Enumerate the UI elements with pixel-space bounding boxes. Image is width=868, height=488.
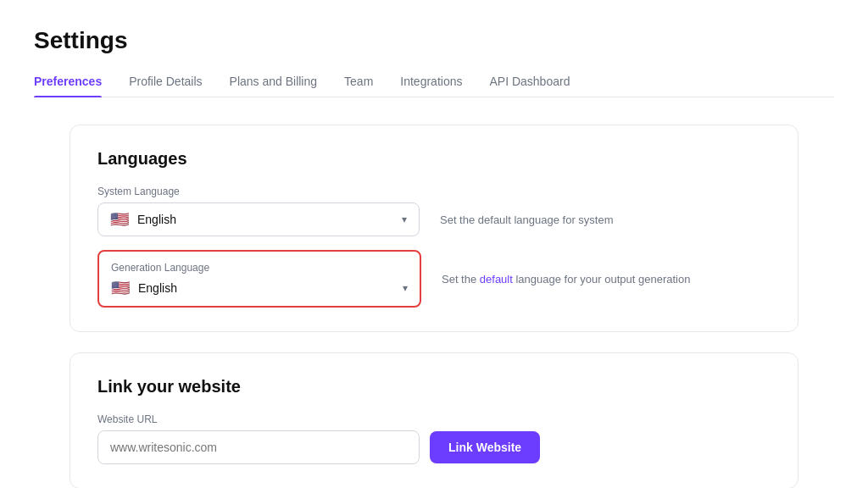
tab-preferences[interactable]: Preferences	[34, 75, 102, 97]
tab-api-dashboard[interactable]: API Dashboard	[489, 75, 570, 97]
website-card-title: Link your website	[97, 377, 771, 396]
system-language-field: System Language 🇺🇸 English ▾ Set	[97, 186, 771, 236]
generation-language-value: English	[138, 281, 177, 295]
system-language-chevron-icon: ▾	[402, 214, 407, 225]
tab-team[interactable]: Team	[344, 75, 373, 97]
link-website-button[interactable]: Link Website	[430, 431, 540, 463]
generation-language-select[interactable]: 🇺🇸 English ▾	[111, 280, 408, 296]
languages-card-title: Languages	[97, 149, 771, 169]
language-fields: System Language 🇺🇸 English ▾ Set	[97, 186, 771, 308]
generation-language-select-left: 🇺🇸 English	[111, 280, 177, 296]
tab-integrations[interactable]: Integrations	[400, 75, 462, 97]
tab-profile-details[interactable]: Profile Details	[129, 75, 202, 97]
url-label: Website URL	[97, 413, 771, 425]
system-language-flag: 🇺🇸	[110, 212, 129, 227]
system-language-description: Set the default language for system	[440, 214, 771, 226]
system-language-value: English	[137, 213, 176, 226]
url-row: Link Website	[97, 430, 771, 464]
tab-navigation: Preferences Profile Details Plans and Bi…	[34, 75, 834, 97]
website-card: Link your website Website URL Link Websi…	[70, 352, 798, 488]
system-language-select-left: 🇺🇸 English	[110, 212, 176, 227]
generation-description-suffix: language for your output generation	[513, 273, 691, 286]
generation-language-label: Generation Language	[111, 262, 408, 274]
generation-language-description: Set the default language for your output…	[442, 273, 771, 286]
languages-card: Languages System Language 🇺🇸 English	[70, 125, 798, 332]
generation-language-field: Generation Language 🇺🇸 English ▾ Set the…	[97, 250, 771, 308]
content-area: Languages System Language 🇺🇸 English	[70, 125, 798, 488]
generation-language-select-wrapper: Generation Language 🇺🇸 English ▾	[97, 250, 421, 308]
page-title: Settings	[34, 27, 834, 54]
system-language-select[interactable]: 🇺🇸 English ▾	[97, 202, 420, 236]
generation-language-row: Generation Language 🇺🇸 English ▾ Set the…	[97, 250, 771, 308]
system-language-select-wrapper: 🇺🇸 English ▾	[97, 202, 420, 236]
generation-description-highlight: default	[480, 273, 513, 286]
generation-description-prefix: Set the	[442, 273, 480, 286]
generation-language-chevron-icon: ▾	[403, 282, 408, 294]
system-language-row: 🇺🇸 English ▾ Set the default language fo…	[97, 202, 771, 236]
tab-plans-billing[interactable]: Plans and Billing	[230, 75, 318, 97]
generation-language-flag: 🇺🇸	[111, 280, 130, 296]
system-language-label: System Language	[97, 186, 771, 197]
url-input[interactable]	[97, 430, 420, 464]
